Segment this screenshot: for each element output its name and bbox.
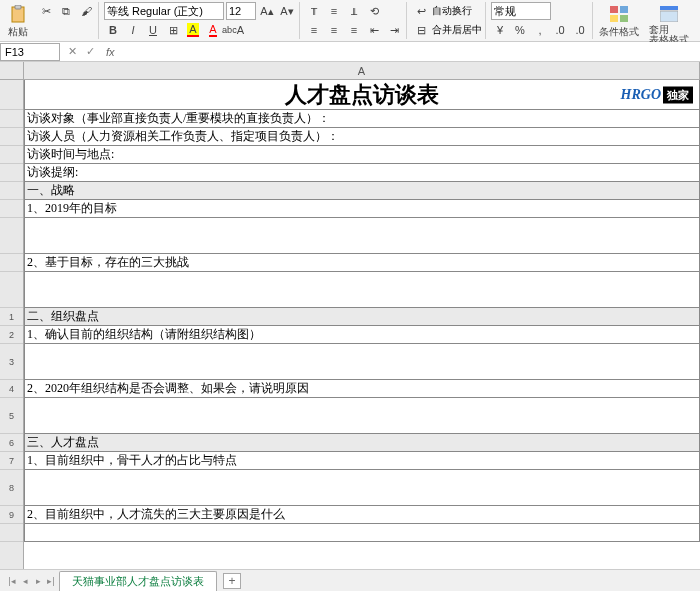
svg-rect-3 <box>620 6 628 13</box>
merge-icon[interactable]: ⊟ <box>412 21 430 39</box>
row-header[interactable] <box>0 128 23 146</box>
col-header-a[interactable]: A <box>24 62 700 79</box>
copy-icon[interactable]: ⧉ <box>57 2 75 20</box>
tab-first-icon[interactable]: |◂ <box>6 574 18 588</box>
comma-icon[interactable]: , <box>531 21 549 39</box>
row-header[interactable]: 5 <box>0 398 23 434</box>
sheet-tabs: |◂ ◂ ▸ ▸| 天猫事业部人才盘点访谈表 + <box>0 569 700 591</box>
sheet-tab-active[interactable]: 天猫事业部人才盘点访谈表 <box>59 571 217 591</box>
align-right-icon[interactable]: ≡ <box>345 21 363 39</box>
row-header[interactable] <box>0 524 23 542</box>
cell-row[interactable]: 访谈提纲: <box>24 164 700 182</box>
cell-row[interactable] <box>24 272 700 308</box>
cell-row[interactable]: 1、目前组织中，骨干人才的占比与特点 <box>24 452 700 470</box>
enter-icon[interactable]: ✓ <box>82 44 98 60</box>
row-header[interactable]: 2 <box>0 326 23 344</box>
cell-style-button[interactable]: 套用 表格格式 <box>645 2 693 47</box>
align-center-icon[interactable]: ≡ <box>325 21 343 39</box>
cell-row[interactable]: 2、目前组织中，人才流失的三大主要原因是什么 <box>24 506 700 524</box>
currency-icon[interactable]: ¥ <box>491 21 509 39</box>
indent-dec-icon[interactable]: ⇤ <box>365 21 383 39</box>
percent-icon[interactable]: % <box>511 21 529 39</box>
align-top-icon[interactable]: ⫪ <box>305 2 323 20</box>
cond-format-button[interactable]: 条件格式 <box>595 2 643 41</box>
orientation-icon[interactable]: ⟲ <box>365 2 383 20</box>
cell-row[interactable]: 1、确认目前的组织结构（请附组织结构图） <box>24 326 700 344</box>
border-button[interactable]: ⊞ <box>164 21 182 39</box>
cell-row[interactable]: 三、人才盘点 <box>24 434 700 452</box>
cell-text: 1、2019年的目标 <box>27 200 117 217</box>
cell-row[interactable] <box>24 344 700 380</box>
indent-inc-icon[interactable]: ⇥ <box>385 21 403 39</box>
row-header[interactable] <box>0 272 23 308</box>
row-header[interactable] <box>0 80 23 110</box>
align-bottom-icon[interactable]: ⫫ <box>345 2 363 20</box>
cell-row[interactable]: 一、战略 <box>24 182 700 200</box>
name-box[interactable]: F13 <box>0 43 60 61</box>
tab-next-icon[interactable]: ▸ <box>32 574 44 588</box>
row-header[interactable]: 6 <box>0 434 23 452</box>
cell-row[interactable]: 访谈对象（事业部直接负责人/重要模块的直接负责人）： <box>24 110 700 128</box>
row-header[interactable]: 4 <box>0 380 23 398</box>
row-header[interactable]: 8 <box>0 470 23 506</box>
cell-row[interactable]: 人才盘点访谈表HRGO独家 <box>24 80 700 110</box>
row-header[interactable] <box>0 164 23 182</box>
cell-style-icon <box>659 4 679 24</box>
cell-row[interactable]: 1、2019年的目标 <box>24 200 700 218</box>
ribbon-toolbar: 粘贴 ✂ ⧉ 🖌 A▴ A▾ B I U ⊞ A A abcA ⫪ ≡ ⫫ <box>0 0 700 42</box>
row-header[interactable]: 1 <box>0 308 23 326</box>
svg-rect-2 <box>610 6 618 13</box>
cut-icon[interactable]: ✂ <box>37 2 55 20</box>
cell-row[interactable] <box>24 524 700 542</box>
formula-input[interactable] <box>119 43 700 61</box>
cell-row[interactable] <box>24 470 700 506</box>
cell-row[interactable]: 二、组织盘点 <box>24 308 700 326</box>
row-header[interactable] <box>0 218 23 254</box>
font-size-select[interactable] <box>226 2 256 20</box>
row-header[interactable]: 9 <box>0 506 23 524</box>
italic-button[interactable]: I <box>124 21 142 39</box>
row-header[interactable]: 7 <box>0 452 23 470</box>
paste-button[interactable]: 粘贴 <box>4 2 32 41</box>
cell-row[interactable] <box>24 218 700 254</box>
cancel-icon[interactable]: ✕ <box>64 44 80 60</box>
wrap-icon[interactable]: ↩ <box>412 2 430 20</box>
paste-label: 粘贴 <box>8 25 28 39</box>
cell-row[interactable]: 访谈时间与地点: <box>24 146 700 164</box>
svg-rect-6 <box>660 6 678 10</box>
fill-color-button[interactable]: A <box>184 21 202 39</box>
phonetic-button[interactable]: abcA <box>224 21 242 39</box>
bold-button[interactable]: B <box>104 21 122 39</box>
underline-button[interactable]: U <box>144 21 162 39</box>
align-middle-icon[interactable]: ≡ <box>325 2 343 20</box>
number-format-select[interactable] <box>491 2 551 20</box>
fx-icon[interactable]: fx <box>102 46 119 58</box>
cell-row[interactable]: 2、2020年组织结构是否会调整、如果会，请说明原因 <box>24 380 700 398</box>
cell-row[interactable] <box>24 398 700 434</box>
svg-rect-1 <box>15 5 21 9</box>
add-sheet-button[interactable]: + <box>223 573 241 589</box>
row-header[interactable] <box>0 182 23 200</box>
cell-row[interactable]: 2、基于目标，存在的三大挑战 <box>24 254 700 272</box>
cell-text: 访谈人员（人力资源相关工作负责人、指定项目负责人）： <box>27 128 339 145</box>
row-header[interactable] <box>0 254 23 272</box>
formula-bar: F13 ✕ ✓ fx <box>0 42 700 62</box>
tab-prev-icon[interactable]: ◂ <box>19 574 31 588</box>
select-all-corner[interactable] <box>0 62 24 79</box>
font-color-button[interactable]: A <box>204 21 222 39</box>
dec-decimal-icon[interactable]: .0 <box>571 21 589 39</box>
cells-area[interactable]: 人才盘点访谈表HRGO独家访谈对象（事业部直接负责人/重要模块的直接负责人）：访… <box>24 80 700 569</box>
cell-text: 2、2020年组织结构是否会调整、如果会，请说明原因 <box>27 380 309 397</box>
row-header[interactable]: 3 <box>0 344 23 380</box>
increase-font-icon[interactable]: A▴ <box>258 2 276 20</box>
tab-last-icon[interactable]: ▸| <box>45 574 57 588</box>
font-name-select[interactable] <box>104 2 224 20</box>
inc-decimal-icon[interactable]: .0 <box>551 21 569 39</box>
row-header[interactable] <box>0 110 23 128</box>
row-header[interactable] <box>0 146 23 164</box>
format-painter-icon[interactable]: 🖌 <box>77 2 95 20</box>
decrease-font-icon[interactable]: A▾ <box>278 2 296 20</box>
align-left-icon[interactable]: ≡ <box>305 21 323 39</box>
cell-row[interactable]: 访谈人员（人力资源相关工作负责人、指定项目负责人）： <box>24 128 700 146</box>
row-header[interactable] <box>0 200 23 218</box>
